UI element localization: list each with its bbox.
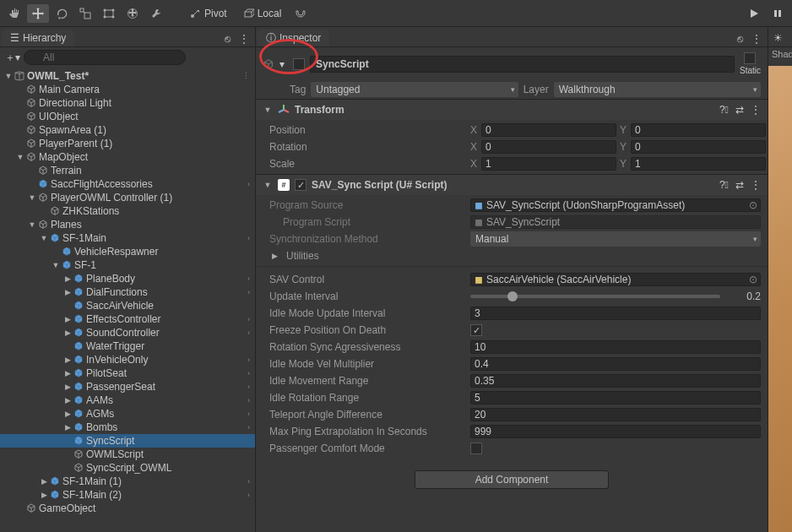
hierarchy-menu-icon[interactable]: ⋮ [236, 31, 252, 46]
tree-row[interactable]: ▶SF-1Main (2)› [0, 488, 255, 502]
foldout-icon[interactable]: ▼ [27, 220, 37, 230]
inspector-menu-icon[interactable]: ⋮ [749, 31, 764, 46]
prefab-open-icon[interactable]: › [247, 396, 255, 404]
tree-row[interactable]: ▼SF-1 [0, 258, 255, 272]
prefab-open-icon[interactable]: › [247, 491, 255, 499]
freeze-checkbox[interactable] [470, 324, 482, 336]
prefab-overrides-dropdown[interactable]: ▾ [279, 58, 288, 70]
scene-extra-tab[interactable]: ☀ [770, 30, 786, 46]
prefab-open-icon[interactable]: › [247, 477, 255, 486]
pivot-toggle[interactable]: Pivot [182, 4, 234, 23]
snap-button[interactable] [290, 4, 312, 23]
tree-row[interactable]: ▶PlaneBody› [0, 272, 255, 285]
tree-row[interactable]: Terrain [0, 164, 255, 177]
prefab-open-icon[interactable]: › [247, 356, 255, 364]
transform-tool-button[interactable] [122, 4, 144, 23]
prefab-open-icon[interactable]: › [247, 234, 255, 242]
rot-sync-input[interactable] [470, 340, 761, 354]
help-icon[interactable]: ?⃝ [719, 179, 729, 191]
help-icon[interactable]: ?⃝ [719, 104, 729, 116]
teleport-input[interactable] [470, 408, 761, 421]
layer-dropdown[interactable]: Walkthrough [554, 82, 761, 97]
local-toggle[interactable]: Local [236, 4, 289, 23]
tree-row[interactable]: ▶SF-1Main (1)› [0, 475, 255, 488]
add-component-button[interactable]: Add Component [415, 470, 609, 489]
idle-move-input[interactable] [470, 374, 761, 388]
foldout-icon[interactable]: ▼ [27, 193, 37, 203]
scale-tool-button[interactable] [74, 4, 96, 23]
tree-row[interactable]: ▶SoundController› [0, 326, 255, 339]
program-script-field[interactable]: ◼SAV_SyncScript [470, 215, 761, 229]
idle-vel-input[interactable] [470, 357, 761, 371]
component-menu-icon[interactable]: ⋮ [751, 179, 761, 191]
transform-rotation-y-input[interactable] [631, 140, 766, 154]
static-checkbox[interactable] [744, 52, 756, 64]
inspector-lock-icon[interactable]: ⎋ [732, 31, 747, 46]
prefab-open-icon[interactable]: › [247, 423, 255, 432]
tree-row[interactable]: ▶EffectsController› [0, 312, 255, 326]
hierarchy-search-input[interactable] [24, 50, 186, 65]
tree-row[interactable]: ▶AGMs› [0, 407, 255, 421]
tree-row[interactable]: ▶AAMs› [0, 394, 255, 407]
tree-row[interactable]: OWMLScript [0, 448, 255, 461]
hierarchy-lock-icon[interactable]: ⎋ [220, 31, 235, 46]
sav-sync-header[interactable]: ▼ # SAV_Sync Script (U# Script) ?⃝ ⇄ ⋮ [256, 175, 768, 195]
transform-position-y-input[interactable] [631, 123, 766, 137]
component-enabled-checkbox[interactable] [295, 179, 306, 191]
hierarchy-create-button[interactable]: ＋▾ [5, 50, 20, 65]
tree-row[interactable]: Main Camera [0, 83, 255, 96]
prefab-open-icon[interactable]: › [247, 328, 255, 337]
tree-row[interactable]: ▶PilotSeat› [0, 366, 255, 380]
rect-tool-button[interactable] [98, 4, 120, 23]
object-picker-icon[interactable]: ⊙ [749, 274, 757, 285]
pause-button[interactable] [767, 4, 789, 23]
object-picker-icon[interactable]: ⊙ [749, 199, 757, 211]
gameobject-active-checkbox[interactable] [293, 58, 305, 70]
tree-row[interactable]: SyncScript_OWML [0, 461, 255, 475]
tree-row[interactable]: SyncScript [0, 434, 255, 448]
transform-position-x-input[interactable] [481, 123, 616, 137]
component-menu-icon[interactable]: ⋮ [751, 104, 761, 116]
update-interval-slider[interactable] [470, 295, 720, 298]
prefab-open-icon[interactable]: › [247, 383, 255, 391]
comfort-checkbox[interactable] [470, 442, 482, 454]
gameobject-name-input[interactable] [310, 56, 735, 73]
tree-row[interactable]: VehicleRespawner [0, 245, 255, 258]
transform-scale-y-input[interactable] [631, 157, 766, 171]
prefab-open-icon[interactable]: › [247, 410, 255, 418]
tree-row[interactable]: WaterTrigger [0, 339, 255, 353]
foldout-icon[interactable]: ▼ [51, 260, 61, 270]
rotate-tool-button[interactable] [51, 4, 73, 23]
preset-icon[interactable]: ⇄ [735, 104, 744, 116]
tree-row[interactable]: ▼Planes [0, 218, 255, 231]
tree-row[interactable]: SaccAirVehicle [0, 299, 255, 312]
transform-scale-x-input[interactable] [481, 157, 616, 171]
tree-row[interactable]: PlayerParent (1) [0, 137, 255, 150]
move-tool-button[interactable] [27, 4, 49, 23]
tree-row[interactable]: UIObject [0, 110, 255, 123]
tree-row[interactable]: ▶DialFunctions› [0, 285, 255, 299]
custom-tool-button[interactable] [145, 4, 167, 23]
tree-row[interactable]: ▼PlayerOWML Controller (1) [0, 191, 255, 204]
scene-menu-icon[interactable]: ⋮ [242, 72, 255, 80]
transform-header[interactable]: ▼ Transform ?⃝ ⇄ ⋮ [256, 100, 768, 120]
ping-input[interactable] [470, 425, 761, 438]
prefab-open-icon[interactable]: › [247, 369, 255, 377]
hand-tool-button[interactable] [3, 4, 25, 23]
utilities-foldout[interactable]: ▶ [269, 251, 279, 261]
idle-update-input[interactable] [470, 307, 761, 320]
tree-row[interactable]: ZHKStations [0, 204, 255, 218]
inspector-tab[interactable]: ⓘ Inspector [258, 30, 329, 46]
tree-row[interactable]: GameObject [0, 502, 255, 515]
tree-row[interactable]: ▼MapObject [0, 150, 255, 164]
program-source-field[interactable]: ◼SAV_SyncScript (UdonSharpProgramAsset)⊙ [470, 198, 761, 212]
idle-rot-input[interactable] [470, 391, 761, 404]
foldout-icon[interactable]: ▼ [39, 233, 49, 243]
scene-viewport[interactable] [768, 66, 792, 532]
tree-row[interactable]: SpawnArea (1) [0, 123, 255, 137]
preset-icon[interactable]: ⇄ [735, 179, 744, 191]
transform-rotation-x-input[interactable] [481, 140, 616, 154]
foldout-icon[interactable]: ▼ [15, 152, 25, 162]
tree-row[interactable]: SaccFlightAccessories› [0, 177, 255, 191]
prefab-open-icon[interactable]: › [247, 274, 255, 283]
